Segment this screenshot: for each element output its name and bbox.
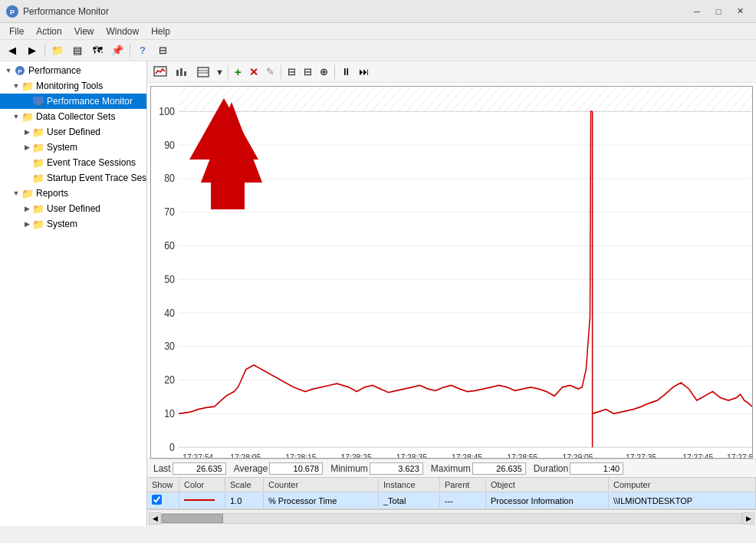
scroll-thumb[interactable] xyxy=(162,514,223,523)
header-color: Color xyxy=(179,478,225,492)
show-checkbox[interactable] xyxy=(152,495,162,505)
svg-text:17:28:25: 17:28:25 xyxy=(341,452,372,458)
sidebar-label-startup-event: Startup Event Trace Sess... xyxy=(47,173,147,183)
toolbar-map[interactable]: 🗺 xyxy=(88,42,107,59)
mt-histogram-view[interactable] xyxy=(172,64,192,81)
app-icon: P xyxy=(6,5,18,18)
sidebar-item-monitoring-tools[interactable]: ▼ 📁 Monitoring Tools xyxy=(0,78,146,94)
toolbar-view[interactable]: ▤ xyxy=(68,42,87,59)
sidebar-item-performance-monitor[interactable]: Performance Monitor xyxy=(0,94,146,109)
svg-rect-7 xyxy=(176,70,179,76)
main-toolbar: ◀ ▶ 📁 ▤ 🗺 📌 ? ⊟ xyxy=(0,40,756,61)
window-title: Performance Monitor xyxy=(23,6,109,17)
mt-dropdown-arrow[interactable]: ▼ xyxy=(215,67,225,77)
sidebar-item-user-defined-1[interactable]: ▶ 📁 User Defined xyxy=(0,124,146,140)
monitor-toolbar: ▼ + ✕ ✎ ⊟ ⊟ ⊕ ⏸ ⏭ xyxy=(147,61,756,83)
toolbar-forward[interactable]: ▶ xyxy=(23,42,41,59)
mt-copy[interactable]: ⊟ xyxy=(284,64,299,81)
svg-text:60: 60 xyxy=(164,239,175,252)
maximize-button[interactable]: □ xyxy=(708,4,728,19)
svg-text:90: 90 xyxy=(164,139,175,151)
svg-text:17:28:45: 17:28:45 xyxy=(452,452,482,458)
performance-icon: P xyxy=(14,64,26,77)
header-show: Show xyxy=(147,478,179,492)
cell-object: Processor Information xyxy=(486,494,609,508)
menu-file[interactable]: File xyxy=(3,25,30,38)
svg-text:10: 10 xyxy=(164,407,175,420)
minimize-button[interactable]: ─ xyxy=(687,4,707,19)
svg-text:70: 70 xyxy=(164,206,175,219)
menu-bar: File Action View Window Help xyxy=(0,23,756,40)
mt-highlight[interactable]: ✎ xyxy=(263,64,278,81)
menu-view[interactable]: View xyxy=(68,25,100,38)
toolbar-help[interactable]: ? xyxy=(133,42,152,59)
svg-text:50: 50 xyxy=(164,273,175,285)
average-label: Average xyxy=(234,463,268,474)
sidebar-item-data-collector-sets[interactable]: ▼ 📁 Data Collector Sets xyxy=(0,109,146,124)
svg-text:100: 100 xyxy=(159,105,175,117)
sidebar-item-system-2[interactable]: ▶ 📁 System xyxy=(0,216,146,232)
scroll-track[interactable] xyxy=(161,513,742,524)
toolbar-up[interactable]: 📁 xyxy=(48,42,67,59)
menu-help[interactable]: Help xyxy=(145,25,176,38)
content-area: ▼ + ✕ ✎ ⊟ ⊟ ⊕ ⏸ ⏭ xyxy=(147,61,756,526)
svg-text:17:28:35: 17:28:35 xyxy=(396,452,427,458)
svg-text:40: 40 xyxy=(164,307,175,319)
toolbar-pin[interactable]: 📌 xyxy=(108,42,127,59)
sidebar-item-startup-event[interactable]: 📁 Startup Event Trace Sess... xyxy=(0,170,146,186)
sidebar-label-monitoring-tools: Monitoring Tools xyxy=(36,81,103,91)
toolbar-back[interactable]: ◀ xyxy=(3,42,21,59)
expander-dcs: ▼ xyxy=(11,111,21,122)
mt-zoom[interactable]: ⊕ xyxy=(317,64,331,81)
mt-pause[interactable]: ⏸ xyxy=(338,64,354,81)
mt-paste[interactable]: ⊟ xyxy=(301,64,315,81)
svg-text:17:27:54: 17:27:54 xyxy=(182,452,213,458)
minimum-value: 3.623 xyxy=(370,462,423,475)
mt-next[interactable]: ⏭ xyxy=(356,64,372,81)
scroll-right-arrow[interactable]: ▶ xyxy=(742,512,754,525)
menu-action[interactable]: Action xyxy=(30,25,67,38)
sidebar-item-reports[interactable]: ▼ 📁 Reports xyxy=(0,186,146,201)
expander-performance: ▼ xyxy=(3,65,14,76)
mt-report-view[interactable] xyxy=(193,64,213,81)
header-counter: Counter xyxy=(264,478,379,492)
menu-window[interactable]: Window xyxy=(100,25,146,38)
folder-icon-monitoring: 📁 xyxy=(21,80,34,92)
average-value: 10.678 xyxy=(269,462,323,475)
folder-icon-ets: 📁 xyxy=(32,156,44,169)
cell-instance: _Total xyxy=(379,494,440,508)
mt-graph-view[interactable] xyxy=(150,64,170,81)
counter-row[interactable]: 1.0 % Processor Time _Total --- Processo… xyxy=(147,492,756,509)
header-instance: Instance xyxy=(379,478,440,492)
sidebar-label-sys2: System xyxy=(47,219,77,229)
svg-text:P: P xyxy=(10,8,15,16)
expander-ets xyxy=(21,157,32,168)
cell-parent: --- xyxy=(440,494,486,508)
svg-rect-8 xyxy=(180,68,182,76)
mt-add-counter[interactable]: + xyxy=(232,64,245,81)
folder-icon-sys1: 📁 xyxy=(32,141,44,153)
scroll-left-arrow[interactable]: ◀ xyxy=(149,512,161,525)
expander-ud2: ▶ xyxy=(21,203,32,214)
sidebar-item-system-1[interactable]: ▶ 📁 System xyxy=(0,140,146,155)
sidebar-label-ets: Event Trace Sessions xyxy=(47,157,136,168)
counter-table: Show Color Scale Counter Instance Parent… xyxy=(147,477,756,509)
svg-text:17:27:35: 17:27:35 xyxy=(626,452,656,458)
sidebar-item-user-defined-2[interactable]: ▶ 📁 User Defined xyxy=(0,201,146,216)
window-controls: ─ □ ✕ xyxy=(687,4,750,19)
mt-remove-counter[interactable]: ✕ xyxy=(246,64,261,81)
cell-computer: \\ILMIONTDESKTOP xyxy=(609,494,756,508)
close-button[interactable]: ✕ xyxy=(730,4,750,19)
minimum-label: Minimum xyxy=(330,463,368,474)
toolbar-extra[interactable]: ⊟ xyxy=(153,42,172,59)
sidebar-item-performance[interactable]: ▼ P Performance xyxy=(0,63,146,78)
svg-rect-4 xyxy=(33,97,44,104)
folder-icon-ud2: 📁 xyxy=(32,202,44,215)
expander-sets xyxy=(21,173,32,183)
sidebar-item-event-trace[interactable]: 📁 Event Trace Sessions xyxy=(0,155,146,170)
monitor-icon xyxy=(32,95,44,107)
svg-text:0: 0 xyxy=(169,441,175,453)
sidebar-label-reports: Reports xyxy=(36,188,68,199)
sidebar-label-dcs: Data Collector Sets xyxy=(36,111,115,122)
arrow-body xyxy=(211,156,245,209)
